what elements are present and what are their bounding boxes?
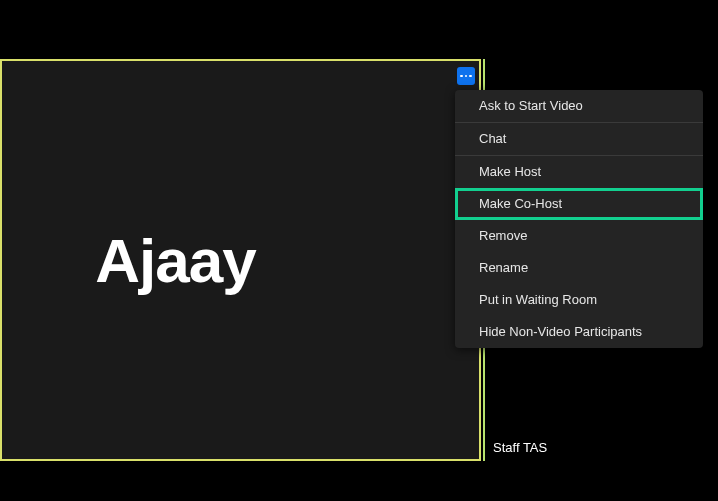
menu-item-hide-nonvideo[interactable]: Hide Non-Video Participants <box>455 316 703 348</box>
more-options-icon <box>460 75 472 78</box>
menu-item-make-host[interactable]: Make Host <box>455 156 703 188</box>
menu-item-waiting-room[interactable]: Put in Waiting Room <box>455 284 703 316</box>
participant-context-menu: Ask to Start Video Chat Make Host Make C… <box>455 90 703 348</box>
more-options-button[interactable] <box>457 67 475 85</box>
participant-name-large: Ajaay <box>95 225 255 296</box>
participant-tile-large[interactable]: Ajaay <box>0 59 481 461</box>
menu-item-make-cohost[interactable]: Make Co-Host <box>455 188 703 220</box>
menu-item-chat[interactable]: Chat <box>455 123 703 155</box>
menu-item-rename[interactable]: Rename <box>455 252 703 284</box>
menu-item-remove[interactable]: Remove <box>455 220 703 252</box>
menu-item-ask-start-video[interactable]: Ask to Start Video <box>455 90 703 122</box>
participant-name-small: Staff TAS <box>487 438 553 457</box>
